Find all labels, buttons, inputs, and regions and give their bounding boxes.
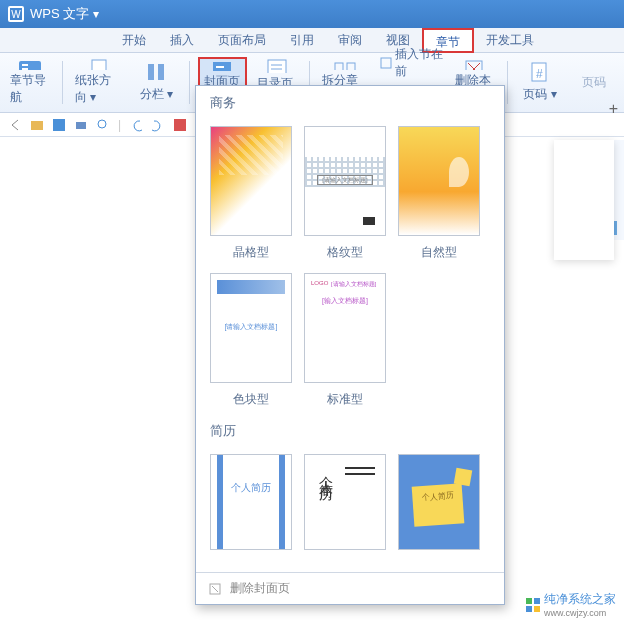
- svg-rect-29: [534, 598, 540, 604]
- cover-grid[interactable]: [请输入文档标题] 格纹型: [304, 126, 386, 261]
- svg-rect-7: [216, 66, 224, 68]
- qa-save-icon[interactable]: [52, 118, 66, 132]
- svg-rect-1: [22, 64, 28, 66]
- tab-insert[interactable]: 插入: [158, 28, 206, 52]
- qa-preview-icon[interactable]: [96, 118, 110, 132]
- btn-insert-before[interactable]: 插入节在前: [380, 46, 445, 80]
- lbl-nav: 章节导航: [10, 72, 50, 106]
- qa-redo-icon[interactable]: [151, 118, 165, 132]
- lbl-paper: 纸张方向 ▾: [75, 72, 123, 106]
- app-logo-icon: W: [8, 6, 24, 22]
- tab-start[interactable]: 开始: [110, 28, 158, 52]
- btn-columns[interactable]: 分栏 ▾: [133, 57, 181, 108]
- add-tab-icon[interactable]: +: [609, 100, 618, 118]
- tab-reference[interactable]: 引用: [278, 28, 326, 52]
- svg-rect-4: [148, 64, 154, 80]
- svg-rect-28: [526, 598, 532, 604]
- svg-rect-8: [268, 60, 286, 73]
- svg-rect-2: [22, 68, 28, 70]
- btn-pagenum[interactable]: # 页码 ▾: [516, 57, 564, 108]
- svg-rect-12: [347, 63, 355, 70]
- title-bar: W WPS 文字 ▾: [0, 0, 624, 28]
- svg-rect-24: [174, 119, 186, 131]
- btn-paper-dir[interactable]: 纸张方向 ▾: [71, 57, 127, 108]
- nav-icon: [17, 59, 43, 70]
- resume-1[interactable]: 个人简历: [210, 454, 292, 550]
- resume-2[interactable]: 个人简历: [304, 454, 386, 550]
- delete-cover-icon: [208, 582, 222, 596]
- tab-devtools[interactable]: 开发工具: [474, 28, 546, 52]
- delete-cover[interactable]: 删除封面页: [196, 572, 504, 604]
- svg-rect-11: [335, 63, 343, 70]
- watermark: 纯净系统之家 www.cwjzy.com: [526, 591, 616, 618]
- chevron-down-icon[interactable]: ▾: [93, 7, 99, 21]
- btn-chapter-nav[interactable]: 章节导航: [6, 57, 54, 108]
- lbl-pn: 页码 ▾: [523, 86, 556, 103]
- split-icon: [333, 59, 359, 70]
- qa-undo-icon[interactable]: [129, 118, 143, 132]
- svg-rect-3: [92, 60, 106, 70]
- insert-before-icon: [380, 55, 393, 71]
- svg-rect-30: [526, 606, 532, 612]
- svg-line-26: [212, 586, 218, 592]
- svg-text:#: #: [536, 67, 543, 81]
- cover-icon: [209, 61, 235, 71]
- cover-nature[interactable]: 自然型: [398, 126, 480, 261]
- group-business: 商务: [196, 86, 504, 120]
- cover-dropdown: 商务 晶格型 [请输入文档标题] 格纹型 自然型 [请输入文档标题] 色块型 L…: [195, 85, 505, 605]
- cover-block[interactable]: [请输入文档标题] 色块型: [210, 273, 292, 408]
- svg-rect-20: [31, 121, 43, 130]
- svg-rect-22: [76, 122, 86, 129]
- watermark-icon: [526, 598, 540, 612]
- svg-rect-5: [158, 64, 164, 80]
- cover-crystal[interactable]: 晶格型: [210, 126, 292, 261]
- pagenum-icon: #: [527, 62, 553, 84]
- svg-rect-21: [53, 119, 65, 131]
- cover-standard[interactable]: LOGO[请输入文档标题][输入文档标题] 标准型: [304, 273, 386, 408]
- qa-back-icon[interactable]: [8, 118, 22, 132]
- svg-line-17: [468, 63, 480, 70]
- svg-point-23: [98, 120, 106, 128]
- qa-open-icon[interactable]: [30, 118, 44, 132]
- ribbon-tabs: 开始 插入 页面布局 引用 审阅 视图 章节 开发工具: [0, 28, 624, 53]
- qa-conv-icon[interactable]: [173, 118, 187, 132]
- resume-3[interactable]: 个人简历: [398, 454, 480, 550]
- app-title: WPS 文字: [30, 5, 89, 23]
- page-icon: [86, 59, 112, 70]
- columns-icon: [144, 62, 170, 84]
- tab-layout[interactable]: 页面布局: [206, 28, 278, 52]
- document-page: [554, 140, 614, 260]
- qa-print-icon[interactable]: [74, 118, 88, 132]
- tab-review[interactable]: 审阅: [326, 28, 374, 52]
- lbl-cols: 分栏 ▾: [140, 86, 173, 103]
- svg-rect-13: [381, 58, 391, 68]
- svg-rect-31: [534, 606, 540, 612]
- delete-icon: [462, 59, 488, 70]
- group-resume: 简历: [196, 414, 504, 448]
- toc-icon: [264, 59, 290, 73]
